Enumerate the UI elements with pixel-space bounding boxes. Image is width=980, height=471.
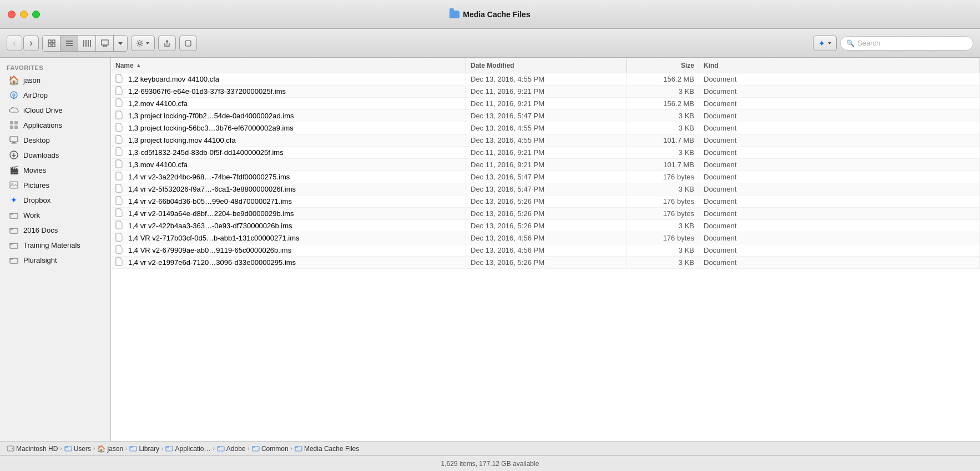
table-row[interactable]: 1,4 vr v2-0149a64e-d8bf…2204-be9d0000029… bbox=[111, 208, 980, 220]
file-size-text: 176 bytes bbox=[663, 197, 694, 206]
sidebar-section-label: Favorites bbox=[0, 62, 110, 72]
file-kind-text: Document bbox=[704, 173, 736, 181]
tag-button[interactable] bbox=[179, 36, 197, 51]
table-row[interactable]: 1,4 VR v2-679909ae-ab0…9119-65c0000026b.… bbox=[111, 244, 980, 257]
sidebar-item-dropbox[interactable]: ✦ Dropbox bbox=[2, 193, 108, 207]
table-row[interactable]: 1,3 project locking-7f0b2…54de-0ad400000… bbox=[111, 110, 980, 122]
table-row[interactable]: 1,4 vr v2-66b04d36-b05…99e0-48d700000271… bbox=[111, 196, 980, 208]
maximize-button[interactable] bbox=[32, 11, 40, 18]
sidebar-item-applications[interactable]: Applications bbox=[2, 118, 108, 132]
cell-kind: Document bbox=[699, 232, 980, 244]
cell-size: 176 bytes bbox=[627, 171, 699, 183]
gear-action-button[interactable] bbox=[131, 36, 155, 51]
path-item-macintosh-hd[interactable]: Macintosh HD bbox=[7, 445, 58, 453]
minimize-button[interactable] bbox=[20, 11, 28, 18]
search-box[interactable]: 🔍 Search bbox=[840, 36, 973, 51]
path-item-users[interactable]: Users bbox=[64, 445, 91, 453]
cell-size: 156.2 MB bbox=[627, 73, 699, 85]
svg-point-20 bbox=[13, 94, 15, 96]
table-row[interactable]: 1,4 vr v2-3a22d4bc-968…-74be-7fdf0000027… bbox=[111, 171, 980, 183]
file-icon bbox=[115, 172, 123, 182]
path-item-jason[interactable]: 🏠jason bbox=[97, 445, 123, 453]
path-folder-icon bbox=[165, 445, 173, 452]
svg-rect-32 bbox=[10, 213, 18, 218]
table-row[interactable]: 1,4 VR v2-717b03cf-0d5…b-abb1-131c000002… bbox=[111, 232, 980, 244]
table-row[interactable]: 1,4 vr v2-5f532026-f9a7…-6ca1-3e88000000… bbox=[111, 183, 980, 196]
svg-marker-15 bbox=[146, 42, 149, 44]
path-item-label: Applicatio… bbox=[175, 445, 210, 453]
view-columns-button[interactable] bbox=[78, 36, 96, 51]
sidebar-item-jason[interactable]: 🏠 jason bbox=[2, 73, 108, 87]
sidebar-item-movies[interactable]: 🎬 Movies bbox=[2, 163, 108, 177]
file-size-text: 176 bytes bbox=[663, 234, 694, 242]
sidebar-item-pictures[interactable]: Pictures bbox=[2, 178, 108, 192]
view-cover-button[interactable] bbox=[96, 36, 114, 51]
sidebar-item-work[interactable]: Work bbox=[2, 208, 108, 222]
cell-kind: Document bbox=[699, 98, 980, 109]
file-name-text: 1,4 VR v2-679909ae-ab0…9119-65c0000026b.… bbox=[128, 246, 291, 254]
cell-name: 1,4 vr v2-422b4aa3-363…-0e93-df730000026… bbox=[111, 220, 466, 232]
nav-buttons bbox=[7, 36, 39, 51]
table-row[interactable]: 1,3 project locking-56bc3…3b76-ef6700000… bbox=[111, 122, 980, 134]
path-item-library[interactable]: Library bbox=[129, 445, 159, 453]
close-button[interactable] bbox=[8, 11, 16, 18]
path-separator: › bbox=[248, 445, 250, 452]
svg-rect-55 bbox=[130, 447, 137, 451]
col-header-size[interactable]: Size bbox=[627, 58, 699, 73]
file-name-text: 1,4 vr v2-422b4aa3-363…-0e93-df730000026… bbox=[128, 222, 292, 230]
file-date-text: Dec 13, 2016, 5:47 PM bbox=[471, 185, 544, 193]
file-icon bbox=[115, 74, 123, 84]
file-date-text: Dec 11, 2016, 9:21 PM bbox=[471, 99, 544, 108]
forward-button[interactable] bbox=[23, 36, 39, 51]
file-kind-text: Document bbox=[704, 234, 736, 242]
svg-rect-0 bbox=[48, 40, 51, 43]
path-item-applicatio[interactable]: Applicatio… bbox=[165, 445, 210, 453]
sidebar-label-airdrop: AirDrop bbox=[23, 91, 48, 99]
view-icon-button[interactable] bbox=[43, 36, 60, 51]
path-item-adobe[interactable]: Adobe bbox=[217, 445, 246, 453]
table-row[interactable]: 1,3.mov 44100.cfa Dec 11, 2016, 9:21 PM … bbox=[111, 159, 980, 171]
view-list-button[interactable] bbox=[60, 36, 78, 51]
col-header-kind[interactable]: Kind bbox=[699, 58, 980, 73]
chevron-down-icon bbox=[118, 41, 123, 46]
file-icon bbox=[115, 196, 123, 205]
share-button[interactable] bbox=[158, 36, 176, 51]
cell-date: Dec 13, 2016, 5:26 PM bbox=[466, 257, 627, 268]
col-header-date[interactable]: Date Modified bbox=[466, 58, 627, 73]
cell-date: Dec 13, 2016, 5:47 PM bbox=[466, 171, 627, 183]
file-icon bbox=[115, 86, 123, 97]
file-name-text: 1,4 vr v2-3a22d4bc-968…-74be-7fdf0000027… bbox=[128, 173, 290, 181]
path-folder-icon bbox=[217, 445, 225, 452]
cell-kind: Document bbox=[699, 208, 980, 219]
view-more-button[interactable] bbox=[114, 36, 127, 51]
table-row[interactable]: 1,3 project locking.mov 44100.cfa Dec 13… bbox=[111, 134, 980, 147]
cell-name: 1,4 vr v2-66b04d36-b05…99e0-48d700000271… bbox=[111, 196, 466, 207]
file-icon bbox=[115, 184, 123, 193]
sidebar-item-desktop[interactable]: Desktop bbox=[2, 133, 108, 147]
cell-date: Dec 13, 2016, 4:55 PM bbox=[466, 134, 627, 146]
table-row[interactable]: 1,2.mov 44100.cfa Dec 11, 2016, 9:21 PM … bbox=[111, 98, 980, 110]
col-header-name[interactable]: Name ▲ bbox=[111, 58, 466, 73]
path-item-label: Media Cache Files bbox=[304, 445, 359, 453]
desktop-icon bbox=[9, 135, 19, 145]
sidebar-item-2016docs[interactable]: 2016 Docs bbox=[2, 223, 108, 237]
cell-name: 1,2-693067f6-e64e-01d3-37f3-33720000025f… bbox=[111, 86, 466, 97]
path-item-common[interactable]: Common bbox=[252, 445, 289, 453]
sidebar-item-training[interactable]: Training Materials bbox=[2, 238, 108, 252]
table-row[interactable]: 1,4 vr v2-422b4aa3-363…-0e93-df730000026… bbox=[111, 220, 980, 232]
table-row[interactable]: 1,2-693067f6-e64e-01d3-37f3-33720000025f… bbox=[111, 86, 980, 98]
path-item-media-cache-files[interactable]: Media Cache Files bbox=[295, 445, 359, 453]
back-button[interactable] bbox=[7, 36, 22, 51]
table-row[interactable]: 1,2 keyboard.mov 44100.cfa Dec 13, 2016,… bbox=[111, 73, 980, 86]
table-row[interactable]: 1,3-cd5f1832-245d-83db-0f5f-dd140000025f… bbox=[111, 147, 980, 159]
sidebar-item-airdrop[interactable]: AirDrop bbox=[2, 88, 108, 102]
dropbox-button[interactable]: ✦ bbox=[813, 36, 837, 51]
table-row[interactable]: 1,4 vr v2-e1997e6d-7120…3096-d33e0000029… bbox=[111, 257, 980, 269]
file-size-text: 3 KB bbox=[679, 258, 694, 267]
sidebar-item-pluralsight[interactable]: Pluralsight bbox=[2, 253, 108, 267]
sidebar-item-icloud[interactable]: iCloud Drive bbox=[2, 103, 108, 117]
cell-kind: Document bbox=[699, 159, 980, 171]
svg-rect-54 bbox=[65, 447, 72, 451]
gear-chevron-icon bbox=[145, 41, 150, 46]
sidebar-item-downloads[interactable]: Downloads bbox=[2, 148, 108, 162]
